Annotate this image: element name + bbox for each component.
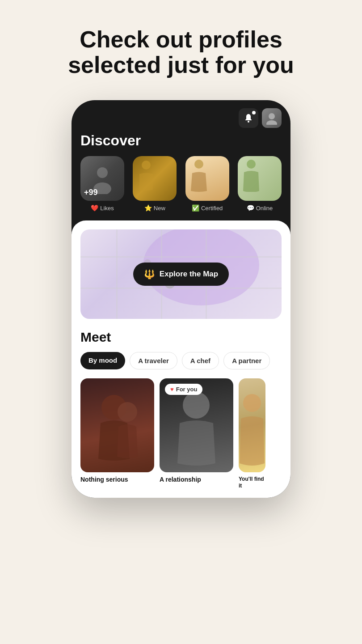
svg-rect-9 <box>116 229 118 319</box>
discover-item-certified[interactable]: ✅ Certified <box>185 156 229 212</box>
likes-icon: ❤️ <box>91 204 98 212</box>
for-you-badge: ♥ For you <box>165 384 202 395</box>
svg-point-20 <box>243 394 261 412</box>
discover-section: Discover +99 ❤️ Likes <box>72 132 290 220</box>
new-star-icon: ⭐ <box>144 204 152 212</box>
profile-label-youll-find: You'll find it <box>239 476 265 489</box>
explore-map-button[interactable]: 🔱 Explore the Map <box>133 263 229 286</box>
phone-top-bar <box>72 100 290 132</box>
profile-card-youll-find[interactable]: You'll find it <box>239 378 265 489</box>
online-icon: 💬 <box>247 204 254 212</box>
svg-point-18 <box>118 402 137 422</box>
discover-item-new[interactable]: ⭐ New <box>133 156 177 212</box>
notification-dot <box>252 111 256 114</box>
person-3-silhouette <box>185 156 212 192</box>
discover-item-online[interactable]: 💬 Online <box>238 156 282 212</box>
discover-label-new: ⭐ New <box>144 204 165 212</box>
page-headline: Check out profiles selected just for you <box>68 27 294 78</box>
svg-point-7 <box>247 160 256 169</box>
svg-point-6 <box>194 160 203 169</box>
discover-label-online: 💬 Online <box>247 204 273 212</box>
person-icon <box>265 111 278 125</box>
profile-card-relationship[interactable]: ♥ For you A relationship <box>160 378 233 489</box>
svg-point-3 <box>97 167 108 178</box>
discover-grid: +99 ❤️ Likes ⭐ <box>80 156 282 212</box>
discover-thumb-likes: +99 <box>80 156 124 201</box>
profile-img-relationship: ♥ For you <box>160 378 233 472</box>
discover-thumb-online <box>238 156 282 201</box>
profile-avatar-button[interactable] <box>262 108 282 128</box>
discover-thumb-new <box>133 156 177 201</box>
notification-button[interactable] <box>239 108 258 128</box>
heart-icon: ♥ <box>170 386 174 393</box>
map-section: 🔱 Explore the Map <box>80 229 282 319</box>
profile-card-nothing-serious[interactable]: Nothing serious <box>80 378 154 489</box>
likes-count: +99 <box>84 188 98 197</box>
bell-icon <box>244 113 253 123</box>
white-card: 🔱 Explore the Map Meet By mood A travele… <box>72 220 290 498</box>
profile-label-relationship: A relationship <box>160 476 233 483</box>
chip-partner[interactable]: A partner <box>223 352 270 369</box>
mood-chips: By mood A traveler A chef A partner <box>80 352 282 369</box>
phone-frame: Discover +99 ❤️ Likes <box>72 100 290 498</box>
discover-label-certified: ✅ Certified <box>192 204 223 212</box>
profile-img-nothing-serious <box>80 378 154 472</box>
svg-point-2 <box>266 120 277 125</box>
discover-title: Discover <box>80 132 282 149</box>
map-icon: 🔱 <box>144 269 155 280</box>
chip-by-mood[interactable]: By mood <box>80 352 125 369</box>
meet-title: Meet <box>80 330 282 345</box>
person-2-silhouette <box>133 156 160 192</box>
certified-icon: ✅ <box>192 204 199 212</box>
svg-point-5 <box>142 161 151 169</box>
couple-illustration <box>80 378 154 472</box>
discover-label-likes: ❤️ Likes <box>91 204 114 212</box>
avatar-image <box>262 108 282 128</box>
svg-rect-13 <box>80 288 282 289</box>
discover-item-likes[interactable]: +99 ❤️ Likes <box>80 156 124 212</box>
svg-point-1 <box>269 113 275 119</box>
svg-point-0 <box>248 121 249 123</box>
meet-section: Meet By mood A traveler A chef A partner <box>80 330 282 489</box>
person-4-silhouette <box>238 156 265 192</box>
outdoor-person-illustration <box>239 378 265 472</box>
profile-cards-container: Nothing serious ♥ For you <box>80 378 282 489</box>
svg-point-19 <box>183 392 210 419</box>
svg-rect-12 <box>80 256 282 258</box>
chip-traveler[interactable]: A traveler <box>130 352 177 369</box>
profile-img-youll-find <box>239 378 265 472</box>
profile-label-nothing-serious: Nothing serious <box>80 476 154 483</box>
discover-thumb-certified <box>185 156 229 201</box>
chip-chef[interactable]: A chef <box>182 352 219 369</box>
